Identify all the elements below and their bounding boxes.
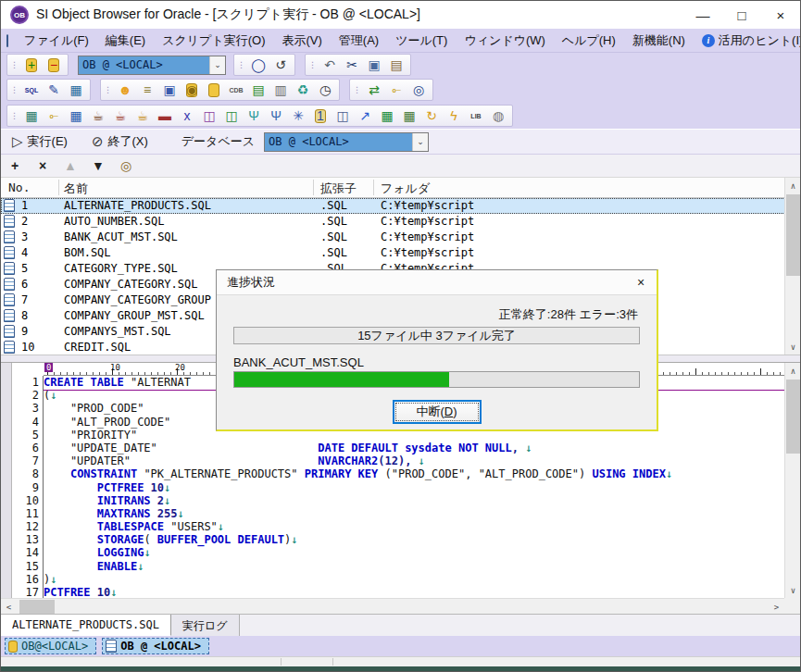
column-folder[interactable]: フォルダ: [381, 180, 430, 197]
scheduler-button[interactable]: ◷: [314, 81, 336, 100]
script-button[interactable]: ✎: [43, 81, 65, 100]
copy-button[interactable]: ▣: [363, 56, 385, 75]
library-button[interactable]: LIB: [465, 106, 487, 126]
menu-item-6[interactable]: ツール(T): [387, 30, 456, 52]
rollback-button[interactable]: ↺: [269, 56, 292, 75]
tablespace-button[interactable]: [203, 81, 225, 100]
close-button[interactable]: ×: [761, 2, 800, 28]
procedure-button[interactable]: ☕: [87, 106, 109, 126]
cdb-icon: CDB: [229, 82, 244, 97]
editor-vscrollbar[interactable]: ∧ ∨: [784, 363, 800, 598]
memory-button[interactable]: ▤: [247, 81, 269, 100]
stop-button[interactable]: 終了(X): [107, 133, 147, 150]
dialog-close-icon[interactable]: ×: [625, 275, 657, 290]
scroll-down-icon[interactable]: ∨: [785, 339, 801, 355]
minimize-button[interactable]: —: [683, 2, 722, 28]
remove-file-button[interactable]: ×: [29, 158, 56, 173]
table-definition-button[interactable]: ▦: [398, 106, 420, 126]
cdb-button[interactable]: CDB: [225, 81, 247, 100]
trigger-button[interactable]: ◫: [220, 106, 243, 126]
run-button[interactable]: 実行(E): [28, 133, 68, 150]
key-button[interactable]: o─: [385, 81, 407, 100]
chevron-down-icon[interactable]: ⌄: [209, 56, 225, 74]
menu-item-1[interactable]: ファイル(F): [16, 30, 97, 52]
table-data-button[interactable]: ▦: [65, 106, 87, 126]
column-ext[interactable]: 拡張子: [320, 180, 357, 197]
recycle-bin-button[interactable]: ♻: [292, 81, 314, 100]
table-row[interactable]: 1ALTERNATE_PRODUCTS.SQL.SQLC:¥temp¥scrip…: [1, 198, 800, 214]
table-button[interactable]: ▦: [20, 106, 43, 126]
column-name[interactable]: 名前: [64, 180, 88, 197]
add-database-button[interactable]: +: [20, 56, 43, 75]
scroll-left-icon[interactable]: <: [1, 599, 17, 614]
toolbar-group: ⇄o─◎: [349, 79, 433, 101]
menu-bar: ファイル(F)編集(E)スクリプト実行(O)表示(V)管理(A)ツール(T)ウィ…: [1, 29, 800, 53]
menu-item-8[interactable]: ヘルプ(H): [554, 30, 624, 52]
move-up-button[interactable]: ▲: [56, 158, 84, 173]
menu-item-5[interactable]: 管理(A): [331, 30, 387, 52]
menu-item-2[interactable]: 編集(E): [97, 30, 154, 52]
primary-key-button[interactable]: o─: [43, 106, 65, 126]
database-combo[interactable]: OB @ <LOCAL> ⌄: [264, 132, 429, 152]
dependency-tree-button[interactable]: Ψ: [265, 106, 287, 126]
taskbar-item-2[interactable]: OB @ <LOCAL>: [102, 638, 209, 654]
connection-combo[interactable]: OB @ <LOCAL>⌄: [78, 56, 226, 75]
remove-database-button[interactable]: −: [43, 56, 65, 75]
database-button[interactable]: ≡: [136, 81, 158, 100]
move-down-button[interactable]: ▼: [84, 158, 112, 173]
view-button[interactable]: ▬: [154, 106, 176, 126]
table-row[interactable]: 2AUTO_NUMBER.SQL.SQLC:¥temp¥script: [1, 214, 800, 230]
redo-log-button[interactable]: ▥: [269, 81, 292, 100]
menu-item-7[interactable]: ウィンドウ(W): [456, 30, 553, 52]
add-file-button[interactable]: +: [1, 158, 29, 173]
lock-button[interactable]: ◉: [181, 81, 203, 100]
preview-button[interactable]: ◎: [112, 158, 140, 173]
sql-search-button[interactable]: ◎: [407, 81, 430, 100]
synonym-button[interactable]: ◫: [198, 106, 220, 126]
editor-hscrollbar[interactable]: < >: [1, 598, 784, 614]
scroll-up-icon[interactable]: ∧: [785, 178, 801, 193]
result-grid-button[interactable]: ▦: [65, 81, 87, 100]
function-button[interactable]: ☕: [109, 106, 131, 126]
scroll-right-icon[interactable]: >: [769, 599, 784, 614]
package-button[interactable]: ☕: [131, 106, 154, 126]
tab-2[interactable]: 実行ログ: [171, 615, 240, 636]
menu-item-10[interactable]: i活用のヒント(I): [694, 30, 801, 52]
chevron-down-icon[interactable]: ⌄: [412, 133, 428, 151]
undo-button[interactable]: ↶: [319, 56, 341, 75]
menu-item-3[interactable]: スクリプト実行(O): [154, 30, 273, 52]
cancel-button[interactable]: 中断(D): [393, 400, 482, 424]
column-no[interactable]: No.: [8, 180, 30, 194]
menu-item-4[interactable]: 表示(V): [273, 30, 330, 52]
taskbar-item-1[interactable]: OB@<LOCAL>: [5, 638, 96, 654]
lamp-button[interactable]: ◍: [487, 106, 509, 126]
sql-button[interactable]: SQL: [20, 81, 43, 100]
window-button[interactable]: ◫: [332, 106, 354, 126]
snapshot-button[interactable]: ✳: [287, 106, 309, 126]
refresh-button[interactable]: ↻: [420, 106, 443, 126]
menu-item-9[interactable]: 新機能(N): [624, 30, 694, 52]
export-import-icon: ⇄: [367, 82, 382, 97]
object-tree-button[interactable]: Ψ: [243, 106, 265, 126]
maximize-button[interactable]: □: [722, 2, 761, 28]
sequence-button[interactable]: x: [176, 106, 198, 126]
table-row[interactable]: 4BOM.SQL.SQLC:¥temp¥script: [1, 245, 800, 261]
script-file-icon: [4, 325, 15, 338]
tab-1[interactable]: ALTERNATE_PRODUCTS.SQL: [1, 615, 171, 636]
table-list-button[interactable]: ▦: [376, 106, 398, 126]
data-count-button[interactable]: 1: [309, 106, 332, 126]
paste-button[interactable]: ▤: [385, 56, 407, 75]
quick-sql-button[interactable]: ϟ: [443, 106, 465, 126]
file-list-scrollbar[interactable]: ∧ ∨: [784, 178, 800, 355]
shortcut-button[interactable]: ↗: [354, 106, 376, 126]
cut-button[interactable]: ✂: [341, 56, 363, 75]
script-file-icon: [4, 230, 15, 243]
record-button[interactable]: ◯: [247, 56, 269, 75]
code-line: TABLESPACE "USERS"↓: [44, 520, 784, 533]
export-import-button[interactable]: ⇄: [363, 81, 385, 100]
user-button[interactable]: ☻: [114, 81, 136, 100]
session-button[interactable]: ▣: [158, 81, 181, 100]
table-row[interactable]: 3BANK_ACUT_MST.SQL.SQLC:¥temp¥script: [1, 230, 800, 245]
code-line: INITRANS 2↓: [44, 494, 784, 507]
stop-icon: ⊘: [92, 133, 104, 150]
